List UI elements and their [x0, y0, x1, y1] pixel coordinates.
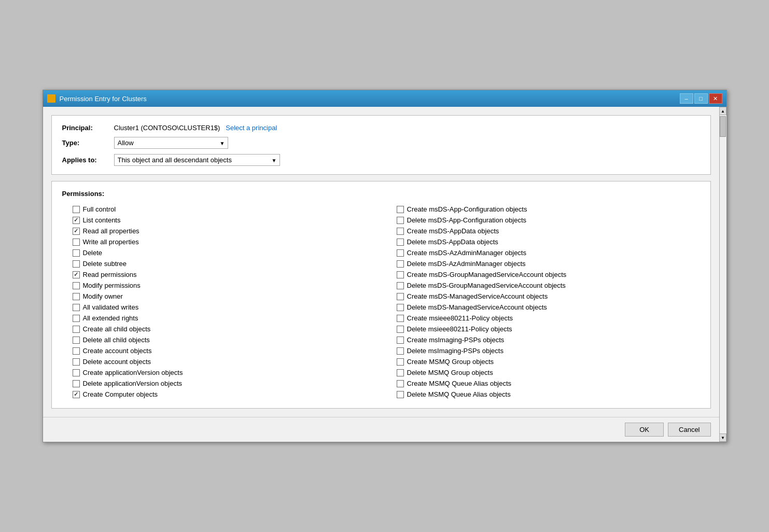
title-bar-buttons: – □ ✕ [680, 93, 722, 104]
checkbox-delete_msdsgroupmanaged[interactable] [397, 282, 404, 289]
checkbox-row-list_contents[interactable]: ✓List contents [62, 215, 376, 226]
checkbox-row-read_permissions[interactable]: ✓Read permissions [62, 269, 376, 280]
checkbox-create_msdsappdata[interactable] [397, 228, 404, 235]
cancel-button[interactable]: Cancel [668, 423, 710, 437]
checkbox-row-write_all_properties[interactable]: Write all properties [62, 236, 376, 247]
checkbox-label-modify_owner: Modify owner [83, 292, 123, 300]
checkbox-row-modify_permissions[interactable]: Modify permissions [62, 280, 376, 291]
checkbox-create_all_child[interactable] [73, 326, 80, 333]
checkbox-row-create_all_child[interactable]: Create all child objects [62, 324, 376, 334]
checkbox-label-delete_msdsapp_config: Delete msDS-App-Configuration objects [407, 216, 527, 224]
checkbox-row-delete_msdsgroupmanaged[interactable]: Delete msDS-GroupManagedServiceAccount o… [386, 280, 700, 291]
checkbox-label-create_msdsazadmin: Create msDS-AzAdminManager objects [407, 249, 526, 257]
checkbox-delete_msmqqueuealias[interactable] [397, 391, 404, 398]
checkbox-row-delete_msimagingpsps[interactable]: Delete msImaging-PSPs objects [386, 345, 700, 356]
checkbox-delete_appversion[interactable] [73, 380, 80, 387]
applies-select[interactable]: This object and all descendant objects T… [114, 154, 280, 166]
checkbox-row-delete_account[interactable]: Delete account objects [62, 356, 376, 367]
maximize-button[interactable]: □ [694, 93, 708, 104]
checkbox-read_permissions[interactable]: ✓ [73, 271, 80, 278]
checkbox-delete_msimagingpsps[interactable] [397, 347, 404, 355]
checkbox-list_contents[interactable]: ✓ [73, 217, 80, 224]
checkbox-row-create_msdsazadmin[interactable]: Create msDS-AzAdminManager objects [386, 247, 700, 258]
checkbox-label-delete_all_child: Delete all child objects [83, 336, 150, 344]
checkbox-delete_all_child[interactable] [73, 337, 80, 344]
footer: OK Cancel [43, 417, 719, 442]
checkbox-create_msdsmanaged[interactable] [397, 293, 404, 300]
checkbox-delete[interactable] [73, 249, 80, 257]
checkbox-modify_permissions[interactable] [73, 282, 80, 289]
checkbox-row-delete_msdsazadmin[interactable]: Delete msDS-AzAdminManager objects [386, 258, 700, 269]
checkbox-row-delete_subtree[interactable]: Delete subtree [62, 258, 376, 269]
checkbox-row-delete_msieee[interactable]: Delete msieee80211-Policy objects [386, 324, 700, 334]
checkbox-row-full_control[interactable]: Full control [62, 204, 376, 215]
checkbox-row-delete_msdsapp_config[interactable]: Delete msDS-App-Configuration objects [386, 215, 700, 226]
checkbox-row-create_msmqqueuealias[interactable]: Create MSMQ Queue Alias objects [386, 378, 700, 389]
checkbox-write_all_properties[interactable] [73, 239, 80, 246]
scrollbar[interactable]: ▲ ▼ [719, 107, 726, 442]
checkbox-create_account[interactable] [73, 347, 80, 355]
checkbox-row-all_extended_rights[interactable]: All extended rights [62, 313, 376, 324]
checkbox-all_extended_rights[interactable] [73, 315, 80, 322]
checkbox-create_msmqgroup[interactable] [397, 358, 404, 366]
checkbox-delete_msdsmanaged[interactable] [397, 304, 404, 311]
checkbox-create_computer[interactable]: ✓ [73, 391, 80, 398]
minimize-button[interactable]: – [680, 93, 693, 104]
checkbox-delete_msdsazadmin[interactable] [397, 260, 404, 268]
checkbox-row-create_msimagingpsps[interactable]: Create msImaging-PSPs objects [386, 334, 700, 345]
permissions-right-col: Create msDS-App-Configuration objectsDel… [386, 204, 700, 400]
checkbox-create_msdsgroupmanaged[interactable] [397, 271, 404, 278]
checkbox-row-delete_all_child[interactable]: Delete all child objects [62, 334, 376, 345]
checkbox-row-create_msmqgroup[interactable]: Create MSMQ Group objects [386, 356, 700, 367]
checkbox-row-create_msdsapp_config[interactable]: Create msDS-App-Configuration objects [386, 204, 700, 215]
permissions-left-col: Full control✓List contents✓Read all prop… [62, 204, 376, 400]
type-select[interactable]: Allow Deny [114, 137, 228, 149]
checkbox-row-read_all_properties[interactable]: ✓Read all properties [62, 226, 376, 236]
checkbox-label-full_control: Full control [83, 205, 116, 213]
checkbox-create_appversion[interactable] [73, 369, 80, 376]
checkbox-row-delete[interactable]: Delete [62, 247, 376, 258]
checkbox-delete_msieee[interactable] [397, 326, 404, 333]
checkbox-row-all_validated_writes[interactable]: All validated writes [62, 302, 376, 313]
checkbox-full_control[interactable] [73, 206, 80, 213]
checkbox-row-delete_msdsmanaged[interactable]: Delete msDS-ManagedServiceAccount object… [386, 302, 700, 313]
checkbox-modify_owner[interactable] [73, 293, 80, 300]
checkbox-row-delete_msmqqueuealias[interactable]: Delete MSMQ Queue Alias objects [386, 389, 700, 400]
checkbox-delete_subtree[interactable] [73, 260, 80, 268]
checkbox-row-create_msdsmanaged[interactable]: Create msDS-ManagedServiceAccount object… [386, 291, 700, 302]
close-button[interactable]: ✕ [709, 93, 722, 104]
type-row: Type: Allow Deny ▼ [62, 137, 700, 149]
ok-button[interactable]: OK [625, 423, 664, 437]
checkbox-row-create_account[interactable]: Create account objects [62, 345, 376, 356]
checkbox-create_msimagingpsps[interactable] [397, 337, 404, 344]
checkbox-label-delete_msdsappdata: Delete msDS-AppData objects [407, 238, 498, 246]
checkbox-read_all_properties[interactable]: ✓ [73, 228, 80, 235]
checkbox-create_msieee[interactable] [397, 315, 404, 322]
checkbox-row-create_msdsgroupmanaged[interactable]: Create msDS-GroupManagedServiceAccount o… [386, 269, 700, 280]
checkbox-delete_msdsapp_config[interactable] [397, 217, 404, 224]
checkbox-create_msdsapp_config[interactable] [397, 206, 404, 213]
checkbox-row-create_appversion[interactable]: Create applicationVersion objects [62, 367, 376, 378]
checkbox-row-modify_owner[interactable]: Modify owner [62, 291, 376, 302]
checkbox-label-create_msdsmanaged: Create msDS-ManagedServiceAccount object… [407, 292, 548, 300]
select-principal-link[interactable]: Select a principal [226, 124, 277, 132]
checkbox-delete_account[interactable] [73, 358, 80, 366]
checkbox-create_msdsazadmin[interactable] [397, 249, 404, 257]
scroll-down-btn[interactable]: ▼ [719, 433, 726, 442]
checkbox-label-delete_account: Delete account objects [83, 358, 151, 366]
title-bar-left: Permission Entry for Clusters [47, 94, 147, 103]
checkbox-row-delete_msdsappdata[interactable]: Delete msDS-AppData objects [386, 236, 700, 247]
checkbox-row-create_msieee[interactable]: Create msieee80211-Policy objects [386, 313, 700, 324]
checkbox-all_validated_writes[interactable] [73, 304, 80, 311]
checkbox-create_msmqqueuealias[interactable] [397, 380, 404, 387]
checkbox-row-delete_msmqgroup[interactable]: Delete MSMQ Group objects [386, 367, 700, 378]
scrollbar-thumb[interactable] [720, 116, 726, 137]
checkbox-row-create_msdsappdata[interactable]: Create msDS-AppData objects [386, 226, 700, 236]
checkbox-row-create_computer[interactable]: ✓Create Computer objects [62, 389, 376, 400]
checkbox-delete_msmqgroup[interactable] [397, 369, 404, 376]
checkbox-delete_msdsappdata[interactable] [397, 239, 404, 246]
checkbox-row-delete_appversion[interactable]: Delete applicationVersion objects [62, 378, 376, 389]
info-section: Principal: Cluster1 (CONTOSO\CLUSTER1$) … [51, 115, 711, 175]
permission-entry-window: Permission Entry for Clusters – □ ✕ Prin… [43, 90, 727, 442]
scroll-up-btn[interactable]: ▲ [719, 107, 726, 115]
